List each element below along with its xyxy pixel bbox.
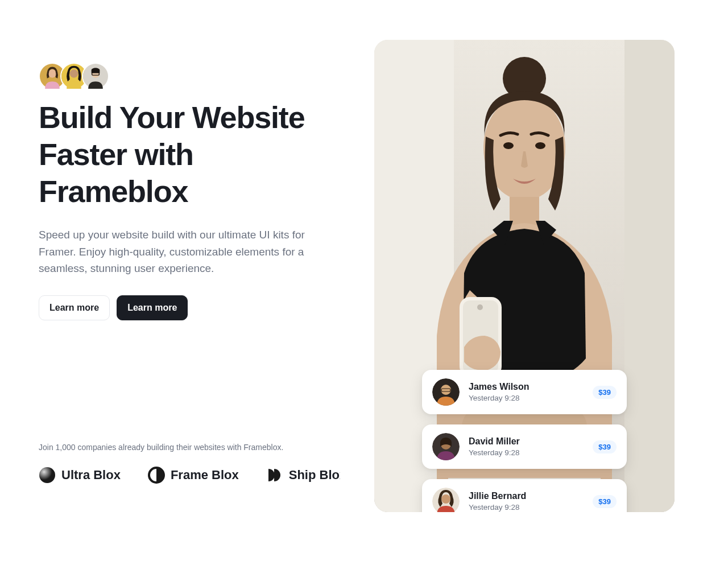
learn-more-button-light[interactable]: Learn more (39, 295, 110, 320)
logo-frame-blox: Frame Blox (148, 467, 239, 484)
avatar (432, 378, 460, 406)
card-name: Jillie Bernard (469, 491, 584, 501)
svg-point-15 (535, 142, 545, 149)
svg-point-14 (503, 142, 514, 149)
avatar (82, 63, 109, 90)
svg-point-21 (477, 304, 483, 310)
hero-image: James Wilson Yesterday 9:28 $39 David Mi… (374, 40, 675, 512)
svg-point-7 (39, 467, 55, 483)
avatar (432, 433, 460, 460)
circle-gradient-icon (39, 467, 56, 484)
half-circle-icon (148, 467, 165, 484)
social-proof-text: Join 1,000 companies already building th… (39, 443, 340, 452)
double-d-icon (266, 467, 283, 484)
hero-heading: Build Your Website Faster with Frameblox (39, 99, 340, 209)
price-badge: $39 (593, 440, 617, 453)
svg-point-1 (48, 69, 57, 78)
card-time: Yesterday 9:28 (469, 503, 584, 512)
avatar-stack (39, 63, 340, 90)
svg-point-28 (441, 494, 450, 504)
notification-card[interactable]: Jillie Bernard Yesterday 9:28 $39 (422, 479, 627, 512)
logo-row: Ultra Blox Frame Blox Ship Blox (39, 467, 340, 484)
price-badge: $39 (593, 386, 617, 399)
logo-ship-blox: Ship Blox (266, 467, 340, 484)
svg-point-23 (441, 385, 451, 395)
logo-ultra-blox: Ultra Blox (39, 467, 121, 484)
card-name: David Miller (469, 436, 584, 447)
logo-label: Ship Blox (289, 468, 340, 483)
notification-card[interactable]: James Wilson Yesterday 9:28 $39 (422, 370, 627, 414)
logo-label: Ultra Blox (61, 468, 121, 483)
learn-more-button-dark[interactable]: Learn more (117, 295, 188, 320)
card-time: Yesterday 9:28 (469, 448, 584, 457)
hero-subtext: Speed up your website build with our ult… (39, 226, 340, 277)
price-badge: $39 (593, 495, 617, 508)
svg-point-3 (70, 69, 78, 78)
card-name: James Wilson (469, 382, 584, 392)
avatar (432, 488, 460, 512)
logo-label: Frame Blox (171, 468, 239, 483)
svg-rect-11 (624, 40, 675, 512)
notification-card[interactable]: David Miller Yesterday 9:28 $39 (422, 424, 627, 469)
card-time: Yesterday 9:28 (469, 394, 584, 402)
